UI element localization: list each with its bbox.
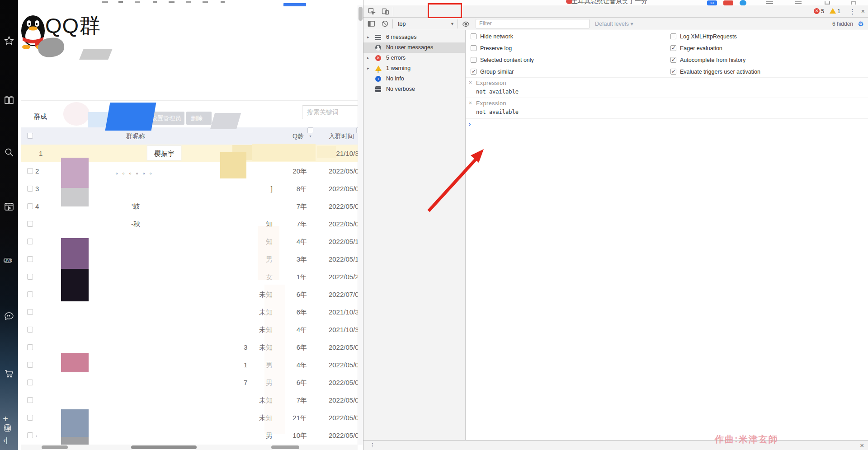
console-sidebar-item[interactable]: ▸ ✕ 5 errors — [363, 53, 465, 63]
device-toolbar-icon[interactable] — [382, 8, 389, 15]
scrollbar-thumb[interactable] — [271, 445, 299, 449]
delete-button[interactable]: 删除 — [186, 112, 212, 125]
live-icon[interactable]: LIVE — [4, 255, 14, 266]
devtools-menu-icon[interactable]: ⋮ — [849, 5, 856, 18]
console-sidebar-toggle-icon[interactable] — [368, 20, 375, 28]
scrollbar-thumb[interactable] — [359, 7, 363, 21]
live-expression-eye-icon[interactable] — [462, 20, 470, 28]
member-nickname: -秋 — [90, 215, 181, 233]
toolbar-fragment — [135, 1, 140, 3]
table-row[interactable]: 7 男 6年 2022/05/03 — [21, 374, 358, 391]
console-prompt-caret[interactable]: › — [469, 121, 471, 127]
setting-label: Selected context only — [480, 57, 534, 64]
row-checkbox[interactable] — [27, 344, 33, 350]
qage-filter-icon[interactable]: ▾ — [307, 127, 313, 133]
expand-triangle-icon[interactable]: ▸ — [367, 53, 369, 63]
checkbox[interactable] — [471, 57, 476, 63]
checkbox[interactable] — [471, 33, 476, 39]
close-expression-icon[interactable]: × — [469, 100, 472, 106]
badge-count[interactable]: 13 — [707, 0, 717, 5]
console-sidebar-item[interactable]: ▸ 6 messages — [363, 32, 465, 42]
row-checkbox[interactable] — [27, 380, 33, 385]
filter-input[interactable]: Filter — [476, 19, 590, 28]
error-count-badge[interactable]: ✕5 — [814, 8, 824, 15]
select-all-checkbox[interactable] — [27, 133, 33, 139]
console-message[interactable]: × Expression not available — [466, 98, 868, 119]
table-row[interactable]: 未知 7年 2022/05/03 — [21, 391, 358, 409]
checkbox[interactable] — [670, 69, 676, 75]
row-checkbox[interactable] — [27, 221, 33, 227]
column-join-time: 入群时间 — [329, 127, 354, 145]
censor-block — [264, 285, 285, 434]
row-checkbox[interactable] — [27, 397, 33, 403]
scrollbar-thumb[interactable] — [42, 445, 68, 449]
context-selector[interactable]: top — [398, 18, 406, 30]
row-checkbox[interactable] — [27, 168, 33, 174]
settings-gear-icon[interactable]: ⚙ — [858, 20, 864, 28]
red-badge-icon[interactable] — [723, 0, 733, 5]
video-player-icon[interactable] — [4, 201, 14, 212]
row-checkbox[interactable] — [27, 291, 33, 297]
expand-triangle-icon[interactable]: ▸ — [367, 63, 369, 74]
checkbox[interactable] — [670, 45, 676, 51]
row-checkbox[interactable] — [27, 362, 33, 368]
toolbar-icon-fragment[interactable] — [825, 1, 830, 5]
row-checkbox[interactable] — [27, 415, 33, 421]
add-button[interactable]: + — [0, 414, 11, 425]
search-icon[interactable] — [4, 147, 14, 158]
row-checkbox[interactable] — [27, 274, 33, 280]
toolbar-icon-fragment[interactable] — [851, 1, 856, 5]
member-join-date: 2022/05/12 — [311, 250, 363, 268]
search-input[interactable]: 搜索关键词 — [302, 105, 363, 119]
row-checkbox[interactable] — [27, 186, 33, 192]
menu-icon-fragment[interactable] — [766, 1, 773, 4]
shopping-cart-icon[interactable] — [4, 368, 14, 379]
row-checkbox[interactable] — [27, 239, 33, 244]
inspect-element-icon[interactable] — [368, 8, 376, 15]
row-checkbox[interactable] — [27, 309, 33, 315]
warning-count-badge[interactable]: 1 — [830, 8, 840, 15]
clear-console-icon[interactable] — [381, 20, 389, 28]
chat-bubble-icon[interactable] — [4, 311, 14, 322]
favorites-star-icon[interactable] — [4, 35, 14, 46]
toolbar-icon-fragment[interactable] — [795, 1, 802, 4]
console-sidebar-item[interactable]: ▸ No verbose — [363, 84, 465, 94]
reading-book-icon[interactable] — [4, 95, 14, 106]
level-icon — [375, 35, 381, 40]
console-message[interactable]: × Expression not available — [466, 77, 868, 98]
page-vertical-scrollbar[interactable] — [358, 5, 363, 445]
row-checkbox[interactable] — [27, 203, 33, 209]
toolbar-fragment — [118, 1, 123, 3]
row-checkbox[interactable] — [27, 256, 33, 262]
row-checkbox[interactable] — [27, 432, 33, 438]
checkbox[interactable] — [670, 33, 676, 39]
collapse-rail-button[interactable]: ‹| — [0, 436, 11, 447]
expand-triangle-icon[interactable]: ▸ — [367, 32, 369, 42]
console-sidebar-item[interactable]: ▸ No user messages — [363, 42, 465, 53]
devtools-panel: 土耳其总统让普京笑了一分 13 ✕5 1 ⋮ × — [363, 0, 868, 450]
table-row[interactable]: 未知 6年 2021/10/30 — [21, 303, 358, 321]
checkbox[interactable] — [471, 45, 476, 51]
setting-label: Group similar — [480, 69, 514, 75]
page-horizontal-scrollbar[interactable] — [21, 445, 358, 450]
console-sidebar-item[interactable]: ▸ 1 warning — [363, 63, 465, 74]
checkbox[interactable] — [670, 57, 676, 63]
checkbox[interactable] — [471, 69, 476, 75]
site-logo-text[interactable]: QQ群 — [45, 12, 101, 40]
devtools-close-icon[interactable]: × — [861, 5, 865, 18]
drawer-menu-icon[interactable]: ⋮ — [370, 441, 375, 450]
close-expression-icon[interactable]: × — [469, 80, 472, 86]
member-join-date: 2022/05/04 — [311, 427, 363, 444]
blue-circle-icon[interactable] — [740, 0, 746, 5]
scrollbar-thumb[interactable] — [131, 445, 197, 449]
row-checkbox[interactable] — [27, 327, 33, 333]
drawer-close-icon[interactable]: × — [860, 441, 864, 450]
table-row[interactable]: -秋 知 7年 2022/05/04 — [21, 215, 358, 233]
console-sidebar-item[interactable]: ▸ i No info — [363, 74, 465, 84]
column-qage: Q龄 — [292, 127, 304, 145]
log-levels-dropdown[interactable]: Default levels ▾ — [595, 18, 633, 30]
context-dropdown-arrow[interactable]: ▼ — [450, 18, 454, 30]
expression-value: not available — [476, 109, 519, 115]
translate-icon[interactable]: 译 — [4, 424, 15, 435]
table-row[interactable]: 未知 4年 2021/10/30 — [21, 321, 358, 338]
